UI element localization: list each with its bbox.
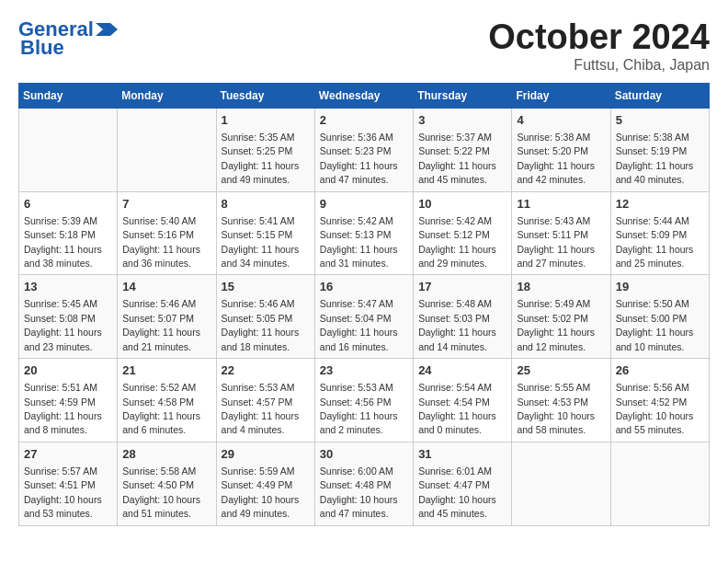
day-info: Sunrise: 5:53 AM Sunset: 4:57 PM Dayligh…: [222, 382, 300, 435]
day-number: 16: [320, 279, 408, 295]
day-info: Sunrise: 5:58 AM Sunset: 4:50 PM Dayligh…: [122, 465, 200, 519]
calendar-cell: 3Sunrise: 5:37 AM Sunset: 5:22 PM Daylig…: [414, 108, 512, 191]
day-info: Sunrise: 6:00 AM Sunset: 4:48 PM Dayligh…: [320, 465, 398, 519]
day-number: 4: [517, 112, 605, 129]
day-number: 14: [122, 279, 210, 295]
header-day-saturday: Saturday: [610, 83, 709, 108]
location: Futtsu, Chiba, Japan: [488, 57, 710, 74]
day-info: Sunrise: 5:43 AM Sunset: 5:11 PM Dayligh…: [517, 215, 595, 269]
header-day-thursday: Thursday: [414, 83, 512, 108]
calendar-cell: 1Sunrise: 5:35 AM Sunset: 5:25 PM Daylig…: [216, 108, 314, 191]
day-number: 15: [222, 279, 310, 295]
day-number: 30: [320, 446, 408, 463]
svg-marker-0: [96, 23, 118, 36]
day-info: Sunrise: 5:47 AM Sunset: 5:04 PM Dayligh…: [320, 298, 398, 351]
calendar-cell: [512, 442, 610, 525]
calendar-cell: 21Sunrise: 5:52 AM Sunset: 4:58 PM Dayli…: [118, 359, 216, 442]
calendar-cell: 14Sunrise: 5:46 AM Sunset: 5:07 PM Dayli…: [118, 275, 216, 359]
day-number: 23: [320, 362, 408, 379]
day-number: 31: [418, 446, 506, 463]
day-number: 28: [122, 446, 210, 463]
logo: General Blue: [18, 18, 118, 59]
week-row-3: 13Sunrise: 5:45 AM Sunset: 5:08 PM Dayli…: [19, 275, 710, 359]
day-info: Sunrise: 5:46 AM Sunset: 5:05 PM Dayligh…: [222, 298, 300, 351]
day-info: Sunrise: 5:38 AM Sunset: 5:20 PM Dayligh…: [517, 132, 595, 185]
day-info: Sunrise: 5:59 AM Sunset: 4:49 PM Dayligh…: [222, 465, 300, 519]
calendar-cell: 22Sunrise: 5:53 AM Sunset: 4:57 PM Dayli…: [216, 359, 314, 442]
calendar-cell: 9Sunrise: 5:42 AM Sunset: 5:13 PM Daylig…: [314, 191, 413, 275]
calendar-cell: 19Sunrise: 5:50 AM Sunset: 5:00 PM Dayli…: [610, 275, 709, 359]
day-info: Sunrise: 5:39 AM Sunset: 5:18 PM Dayligh…: [24, 215, 102, 269]
calendar-cell: 16Sunrise: 5:47 AM Sunset: 5:04 PM Dayli…: [314, 275, 413, 359]
day-number: 27: [24, 446, 112, 463]
day-info: Sunrise: 5:41 AM Sunset: 5:15 PM Dayligh…: [222, 215, 300, 269]
calendar-cell: 31Sunrise: 6:01 AM Sunset: 4:47 PM Dayli…: [414, 442, 512, 525]
day-info: Sunrise: 5:48 AM Sunset: 5:03 PM Dayligh…: [418, 298, 496, 351]
day-info: Sunrise: 5:40 AM Sunset: 5:16 PM Dayligh…: [122, 215, 200, 269]
calendar-cell: 27Sunrise: 5:57 AM Sunset: 4:51 PM Dayli…: [19, 442, 118, 525]
calendar-cell: 25Sunrise: 5:55 AM Sunset: 4:53 PM Dayli…: [512, 359, 610, 442]
calendar-cell: 2Sunrise: 5:36 AM Sunset: 5:23 PM Daylig…: [314, 108, 413, 191]
day-info: Sunrise: 5:46 AM Sunset: 5:07 PM Dayligh…: [122, 298, 200, 351]
day-info: Sunrise: 5:56 AM Sunset: 4:52 PM Dayligh…: [616, 382, 694, 435]
calendar-cell: 12Sunrise: 5:44 AM Sunset: 5:09 PM Dayli…: [610, 191, 709, 275]
calendar-cell: 26Sunrise: 5:56 AM Sunset: 4:52 PM Dayli…: [610, 359, 709, 442]
day-info: Sunrise: 5:55 AM Sunset: 4:53 PM Dayligh…: [517, 382, 595, 435]
day-number: 2: [320, 112, 408, 129]
day-info: Sunrise: 5:53 AM Sunset: 4:56 PM Dayligh…: [320, 382, 398, 435]
calendar-cell: 8Sunrise: 5:41 AM Sunset: 5:15 PM Daylig…: [216, 191, 314, 275]
day-number: 13: [24, 279, 112, 295]
calendar-cell: 4Sunrise: 5:38 AM Sunset: 5:20 PM Daylig…: [512, 108, 610, 191]
header-day-sunday: Sunday: [19, 83, 118, 108]
day-number: 18: [517, 279, 605, 295]
calendar-cell: 13Sunrise: 5:45 AM Sunset: 5:08 PM Dayli…: [19, 275, 118, 359]
calendar-cell: 7Sunrise: 5:40 AM Sunset: 5:16 PM Daylig…: [118, 191, 216, 275]
day-info: Sunrise: 5:42 AM Sunset: 5:13 PM Dayligh…: [320, 215, 398, 269]
header-day-friday: Friday: [512, 83, 610, 108]
calendar-table: SundayMondayTuesdayWednesdayThursdayFrid…: [18, 83, 710, 526]
day-info: Sunrise: 5:38 AM Sunset: 5:19 PM Dayligh…: [616, 132, 694, 185]
calendar-cell: [610, 442, 709, 525]
calendar-cell: 18Sunrise: 5:49 AM Sunset: 5:02 PM Dayli…: [512, 275, 610, 359]
day-info: Sunrise: 5:57 AM Sunset: 4:51 PM Dayligh…: [24, 465, 102, 519]
day-info: Sunrise: 5:51 AM Sunset: 4:59 PM Dayligh…: [24, 382, 102, 435]
week-row-2: 6Sunrise: 5:39 AM Sunset: 5:18 PM Daylig…: [19, 191, 710, 275]
calendar-cell: 23Sunrise: 5:53 AM Sunset: 4:56 PM Dayli…: [314, 359, 413, 442]
day-number: 1: [222, 112, 310, 129]
day-number: 11: [517, 196, 605, 213]
day-info: Sunrise: 5:45 AM Sunset: 5:08 PM Dayligh…: [24, 298, 102, 351]
calendar-cell: 11Sunrise: 5:43 AM Sunset: 5:11 PM Dayli…: [512, 191, 610, 275]
month-title: October 2024: [488, 18, 710, 57]
day-info: Sunrise: 5:42 AM Sunset: 5:12 PM Dayligh…: [418, 215, 496, 269]
header-row: SundayMondayTuesdayWednesdayThursdayFrid…: [19, 83, 710, 108]
day-number: 17: [418, 279, 506, 295]
day-info: Sunrise: 5:49 AM Sunset: 5:02 PM Dayligh…: [517, 298, 595, 351]
header-day-monday: Monday: [118, 83, 216, 108]
calendar-cell: 20Sunrise: 5:51 AM Sunset: 4:59 PM Dayli…: [19, 359, 118, 442]
day-number: 5: [616, 112, 704, 129]
day-number: 19: [616, 279, 704, 295]
day-info: Sunrise: 6:01 AM Sunset: 4:47 PM Dayligh…: [418, 465, 496, 519]
title-block: October 2024 Futtsu, Chiba, Japan: [488, 18, 710, 74]
header-day-wednesday: Wednesday: [314, 83, 413, 108]
day-info: Sunrise: 5:36 AM Sunset: 5:23 PM Dayligh…: [320, 132, 398, 185]
day-number: 20: [24, 362, 112, 379]
page-header: General Blue October 2024 Futtsu, Chiba,…: [18, 18, 710, 74]
header-day-tuesday: Tuesday: [216, 83, 314, 108]
day-info: Sunrise: 5:52 AM Sunset: 4:58 PM Dayligh…: [122, 382, 200, 435]
day-number: 9: [320, 196, 408, 213]
calendar-cell: 17Sunrise: 5:48 AM Sunset: 5:03 PM Dayli…: [414, 275, 512, 359]
calendar-cell: 30Sunrise: 6:00 AM Sunset: 4:48 PM Dayli…: [314, 442, 413, 525]
calendar-cell: [19, 108, 118, 191]
day-info: Sunrise: 5:54 AM Sunset: 4:54 PM Dayligh…: [418, 382, 496, 435]
day-info: Sunrise: 5:50 AM Sunset: 5:00 PM Dayligh…: [616, 298, 694, 351]
logo-blue-text: Blue: [20, 37, 64, 59]
calendar-cell: [118, 108, 216, 191]
week-row-4: 20Sunrise: 5:51 AM Sunset: 4:59 PM Dayli…: [19, 359, 710, 442]
day-number: 8: [222, 196, 310, 213]
day-number: 12: [616, 196, 704, 213]
week-row-1: 1Sunrise: 5:35 AM Sunset: 5:25 PM Daylig…: [19, 108, 710, 191]
calendar-cell: 28Sunrise: 5:58 AM Sunset: 4:50 PM Dayli…: [118, 442, 216, 525]
day-number: 7: [122, 196, 210, 213]
calendar-cell: 10Sunrise: 5:42 AM Sunset: 5:12 PM Dayli…: [414, 191, 512, 275]
